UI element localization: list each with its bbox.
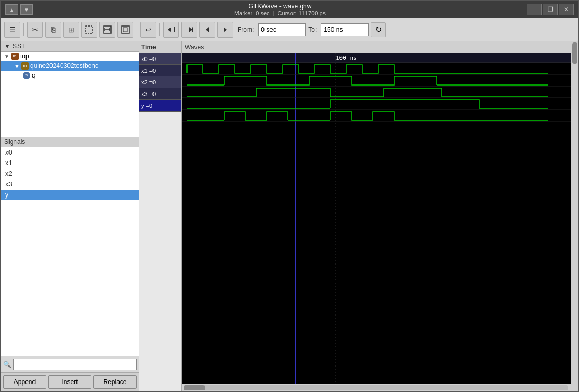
to-input[interactable] <box>321 23 369 36</box>
signal-label-x0[interactable]: x0 =0 <box>139 53 181 65</box>
main-area: ▼ SST ▼ m top ▼ m quine20240302testbenc <box>1 41 578 391</box>
signal-row-y[interactable]: y <box>1 190 139 200</box>
tree-expand-icon: ▼ <box>4 54 10 59</box>
signal-label-x3[interactable]: x3 =0 <box>139 88 181 100</box>
tree-item-q[interactable]: s q <box>1 71 139 80</box>
marker-cursor-info: Marker: 0 sec | Cursor: 111700 ps <box>33 10 527 16</box>
action-buttons: Append Insert Replace <box>1 372 139 391</box>
marker-info: Marker: 0 sec <box>234 10 270 16</box>
module-icon-top: m <box>11 53 19 60</box>
search-input[interactable] <box>13 359 137 370</box>
svg-marker-9 <box>189 27 192 32</box>
signal-row-x0[interactable]: x0 <box>1 147 139 158</box>
svg-rect-14 <box>182 53 571 63</box>
module-icon-quine: m <box>21 62 29 70</box>
search-icon: 🔍 <box>3 361 11 368</box>
svg-rect-13 <box>182 53 571 384</box>
cut-button[interactable]: ✂ <box>27 22 43 38</box>
next-button[interactable] <box>217 22 233 38</box>
signals-time-header: x0 =0 Time <box>139 41 181 53</box>
close-button[interactable]: ✕ <box>559 4 574 15</box>
paste-button[interactable]: ⊞ <box>63 22 79 38</box>
titlebar: ▲ ▼ GTKWave - wave.ghw Marker: 0 sec | C… <box>1 1 578 18</box>
to-label: To: <box>308 26 317 33</box>
first-button[interactable] <box>163 22 179 38</box>
waves-content[interactable]: 100 ns <box>182 53 571 384</box>
bottom-scrollbar[interactable] <box>182 384 571 391</box>
svg-rect-5 <box>122 26 129 33</box>
toolbar-separator-1 <box>23 23 24 36</box>
refresh-button[interactable]: ↻ <box>371 22 386 37</box>
window-title: GTKWave - wave.ghw <box>33 3 527 10</box>
tree-item-top[interactable]: ▼ m top <box>1 52 139 61</box>
signal-labels: x0 =0 x1 =0 x2 =0 x3 =0 y =0 <box>139 53 181 391</box>
titlebar-up-btn[interactable]: ▲ <box>5 4 18 15</box>
toolbar: ☰ ✂ ⎘ ⊞ ↩ From: To: <box>1 18 578 41</box>
sst-collapse-icon[interactable]: ▼ <box>4 42 11 50</box>
right-scrollbar[interactable] <box>571 41 578 391</box>
tree-expand-icon-quine: ▼ <box>14 63 20 69</box>
prev-button[interactable] <box>199 22 215 38</box>
svg-marker-11 <box>206 27 209 32</box>
last-button[interactable] <box>181 22 197 38</box>
waves-header: Waves <box>182 41 571 53</box>
window-controls: — ❐ ✕ <box>527 4 574 15</box>
hamburger-button[interactable]: ☰ <box>4 22 20 38</box>
svg-marker-7 <box>168 27 171 32</box>
main-window: ▲ ▼ GTKWave - wave.ghw Marker: 0 sec | C… <box>0 0 579 392</box>
signals-time-panel: x0 =0 Time x0 =0 x1 =0 x2 =0 x3 =0 y =0 <box>139 41 182 391</box>
tree-item-label-q: q <box>32 72 36 79</box>
undo-button[interactable]: ↩ <box>140 22 156 38</box>
tree-item-label-top: top <box>20 53 29 60</box>
svg-marker-10 <box>192 27 193 32</box>
signal-row-x1[interactable]: x1 <box>1 158 139 168</box>
insert-button[interactable]: Insert <box>48 375 91 389</box>
signals-section: Signals x0 x1 x2 x3 y 🔍 Append Insert Re… <box>1 137 139 391</box>
toolbar-separator-2 <box>137 23 137 36</box>
titlebar-left-buttons: ▲ ▼ <box>5 4 33 15</box>
zoom-range-button[interactable] <box>117 22 133 38</box>
tree-item-quine[interactable]: ▼ m quine20240302testbenc <box>1 61 139 71</box>
left-panel: ▼ SST ▼ m top ▼ m quine20240302testbenc <box>1 41 139 391</box>
restore-button[interactable]: ❐ <box>543 4 558 15</box>
signals-list: x0 x1 x2 x3 y <box>1 147 139 356</box>
separator: | <box>271 10 278 16</box>
replace-button[interactable]: Replace <box>93 375 137 389</box>
cursor-info: Cursor: 111700 ps <box>278 10 326 16</box>
sst-section: ▼ SST ▼ m top ▼ m quine20240302testbenc <box>1 41 139 137</box>
tree-item-label-quine: quine20240302testbenc <box>30 62 98 70</box>
signal-row-x2[interactable]: x2 <box>1 168 139 179</box>
sst-label: SST <box>13 42 25 50</box>
signal-icon-q: s <box>23 72 30 79</box>
signal-label-y[interactable]: y =0 <box>139 100 181 112</box>
from-to-controls: From: To: <box>237 23 369 36</box>
titlebar-down-btn[interactable]: ▼ <box>20 4 33 15</box>
waveform-area: Waves 100 ns <box>182 41 571 391</box>
svg-rect-6 <box>123 28 127 32</box>
from-input[interactable] <box>258 23 306 36</box>
svg-marker-12 <box>224 27 227 32</box>
signal-label-x2[interactable]: x2 =0 <box>139 76 181 88</box>
search-bar: 🔍 <box>1 356 139 372</box>
minimize-button[interactable]: — <box>527 4 542 15</box>
signal-label-x1[interactable]: x1 =0 <box>139 65 181 76</box>
svg-rect-0 <box>86 26 93 33</box>
signal-row-x3[interactable]: x3 <box>1 179 139 190</box>
zoom-fit-button[interactable] <box>99 22 115 38</box>
right-panel: x0 =0 Time x0 =0 x1 =0 x2 =0 x3 =0 y =0 … <box>139 41 578 391</box>
signals-header: Signals <box>1 137 139 147</box>
append-button[interactable]: Append <box>3 375 46 389</box>
select-all-button[interactable] <box>81 22 97 38</box>
scrollbar-thumb-h[interactable] <box>184 385 205 390</box>
waveform-svg: 100 ns <box>182 53 571 384</box>
waves-label: Waves <box>185 44 204 51</box>
toolbar-separator-3 <box>159 23 160 36</box>
sst-header: ▼ SST <box>1 41 139 52</box>
from-label: From: <box>237 26 254 33</box>
scrollbar-thumb-v[interactable] <box>572 42 577 64</box>
scrollbar-track-h[interactable] <box>184 385 568 390</box>
sst-tree: ▼ m top ▼ m quine20240302testbenc s q <box>1 52 139 137</box>
svg-text:100 ns: 100 ns <box>336 55 357 62</box>
copy-button[interactable]: ⎘ <box>45 22 61 38</box>
